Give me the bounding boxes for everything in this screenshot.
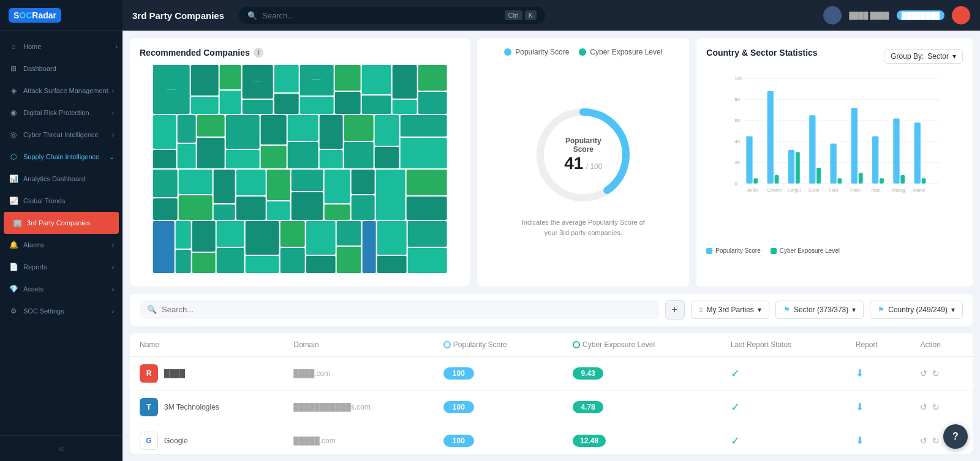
chevron-right-icon: › [112, 308, 114, 315]
treemap-cell [197, 138, 225, 168]
treemap-cell [281, 221, 305, 247]
table-row: G Google █████.com 100 12.48 ✓ ⬇ ↺ [130, 424, 973, 454]
sidebar-item-analytics[interactable]: 📊 Analytics Dashboard [0, 168, 123, 190]
popularity-badge-2: 100 [443, 401, 474, 413]
reload-icon-1[interactable]: ↻ [932, 369, 940, 378]
th-exposure-label: Cyber Exposure Level [582, 340, 655, 349]
bar-exposure [901, 175, 905, 184]
sidebar-item-3rd-party[interactable]: 🏢 3rd Party Companies [4, 212, 119, 234]
search-input[interactable] [262, 11, 500, 20]
refresh-icon-3[interactable]: ↺ [920, 436, 927, 446]
company-name-3: Google [164, 437, 188, 445]
bar-exposure [796, 152, 800, 183]
my-3rd-parties-label: My 3rd Parties [707, 305, 754, 314]
reload-icon-2[interactable]: ↻ [932, 402, 940, 412]
main-content: 3rd Party Companies 🔍 Ctrl K ████ ████ █… [123, 0, 980, 461]
treemap-cell [246, 221, 279, 255]
refresh-icon-2[interactable]: ↺ [920, 402, 927, 412]
treemap-cell [393, 100, 417, 114]
dropdown-icon: ▾ [852, 305, 856, 314]
attack-icon: ◈ [9, 86, 18, 96]
recommended-companies-panel: Recommended Companies i [130, 38, 470, 287]
sidebar-nav: ⌂ Home › ⊞ Dashboard ◈ Attack Surface Ma… [0, 31, 123, 435]
chart-legend-popularity: Popularity Score [706, 247, 760, 254]
sidebar-collapse-button[interactable]: « [0, 435, 123, 461]
treemap-cell [335, 92, 361, 114]
chevron-right-icon: › [112, 286, 114, 293]
td-exposure-3: 12.48 [563, 424, 721, 454]
treemap-cell [153, 221, 175, 273]
chevron-down-icon: ⌄ [109, 154, 114, 160]
table-search-input[interactable] [162, 305, 652, 314]
search-icon: 🔍 [247, 11, 257, 20]
download-icon-2[interactable]: ⬇ [856, 402, 864, 412]
treemap-cell [408, 221, 447, 247]
reload-icon-3[interactable]: ↻ [932, 436, 940, 446]
exposure-legend-item[interactable]: Cyber Exposure Level [579, 48, 662, 56]
treemap-cell [325, 204, 350, 220]
td-exposure-2: 4.78 [563, 390, 721, 424]
sidebar-item-label: Cyber Threat Intelligence [23, 131, 112, 138]
donut-score-value: 41 [564, 154, 583, 173]
sidebar-item-label: Assets [23, 285, 112, 293]
treemap-cell [401, 138, 447, 168]
treemap-cell [220, 91, 241, 114]
company-cell-1: R ████ [140, 364, 274, 383]
donut-score-row: 41 / 100 [556, 154, 611, 173]
add-button[interactable]: + [665, 300, 685, 320]
my-3rd-parties-filter[interactable]: ≡ My 3rd Parties ▾ [691, 301, 769, 319]
company-name-1: ████ [164, 369, 185, 378]
sidebar-item-cyber-threat[interactable]: ◎ Cyber Threat Intelligence › [0, 124, 123, 146]
dropdown-icon: ▾ [951, 305, 955, 314]
treemap-cell [375, 147, 399, 168]
sidebar-item-attack-surface[interactable]: ◈ Attack Surface Management › [0, 80, 123, 102]
th-domain: Domain [284, 333, 434, 357]
popularity-legend-item[interactable]: Popularity Score [504, 48, 569, 56]
refresh-icon-1[interactable]: ↺ [920, 369, 927, 378]
country-filter[interactable]: ⚑ Country (249/249) ▾ [870, 301, 963, 319]
td-report-3: ⬇ [846, 424, 911, 454]
help-button[interactable]: ? [943, 424, 968, 449]
home-icon: ⌂ [9, 42, 18, 51]
trends-icon: 📈 [9, 196, 18, 206]
td-action-2: ↺ ↻ [910, 390, 973, 424]
treemap-label: —— [167, 87, 176, 91]
treemap-cell [362, 65, 391, 94]
treemap-label: —— [312, 77, 321, 81]
treemap-cell [191, 65, 219, 96]
sidebar-item-assets[interactable]: 💎 Assets › [0, 278, 123, 300]
sidebar-item-dashboard[interactable]: ⊞ Dashboard [0, 58, 123, 80]
treemap-cell [226, 150, 260, 168]
th-popularity: Popularity Score [434, 333, 563, 357]
check-icon-1: ✓ [731, 367, 740, 380]
company-icon: 🏢 [12, 218, 22, 228]
table-search-bar[interactable]: 🔍 [140, 300, 659, 319]
sector-filter[interactable]: ⚑ Sector (373/373) ▾ [775, 301, 864, 319]
page-title: 3rd Party Companies [132, 10, 224, 21]
sidebar-item-alarms[interactable]: 🔔 Alarms › [0, 234, 123, 256]
group-by-select[interactable]: Group By: Sector ▾ [884, 49, 963, 64]
x-label: Facil [829, 188, 839, 192]
sidebar-item-supply-chain[interactable]: ⬡ Supply Chain Intelligence ⌄ [0, 146, 123, 168]
td-report-1: ⬇ [846, 356, 911, 390]
action-icons-1: ↺ ↻ [920, 369, 963, 378]
sidebar-item-settings[interactable]: ⚙ SOC Settings › [0, 300, 123, 322]
x-label: Compu [788, 188, 801, 193]
user-info: ████ ████ [849, 12, 889, 19]
download-icon-3[interactable]: ⬇ [856, 435, 864, 446]
sidebar-item-global-trends[interactable]: 📈 Global Trends [0, 190, 123, 212]
supply-chain-icon: ⬡ [9, 152, 18, 162]
sidebar-item-home[interactable]: ⌂ Home › [0, 36, 123, 58]
download-icon-1[interactable]: ⬇ [856, 368, 864, 378]
treemap-cell [337, 221, 361, 245]
stats-panel-title: Country & Sector Statistics [706, 48, 817, 58]
bar-popularity [810, 115, 816, 183]
td-popularity-2: 100 [434, 390, 563, 424]
sidebar-item-reports[interactable]: 📄 Reports › [0, 256, 123, 278]
td-popularity-3: 100 [434, 424, 563, 454]
td-name-3: G Google [130, 424, 284, 454]
global-search-bar[interactable]: 🔍 Ctrl K [239, 7, 545, 24]
info-icon[interactable]: i [254, 48, 263, 58]
treemap-cell [214, 204, 235, 220]
sidebar-item-digital-risk[interactable]: ◉ Digital Risk Protection › [0, 102, 123, 124]
